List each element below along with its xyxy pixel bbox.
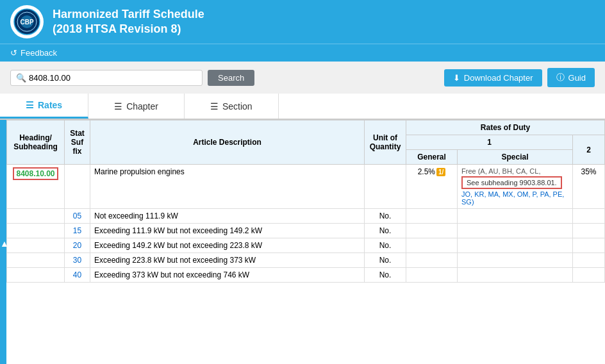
article-header: Article Description (90, 120, 365, 165)
stat-link[interactable]: 30 (73, 256, 81, 265)
table-row: 30 Exceeding 223.8 kW but not exceeding … (7, 253, 605, 268)
section-filter-icon: ☰ (210, 101, 219, 112)
chapter-filter-icon: ☰ (114, 101, 122, 112)
general-header: General (406, 150, 458, 165)
col2-cell (573, 253, 605, 268)
unit-cell (365, 165, 406, 209)
special-free-text: Free (A, AU, BH, CA, CL, (461, 167, 568, 175)
table-header-row-1: Heading/ Subheading Stat Suf fix Article… (7, 120, 605, 135)
search-input-wrap: 🔍 (10, 70, 203, 86)
unit-cell: No. (365, 268, 406, 283)
general-cell (406, 224, 458, 238)
special-cell (458, 268, 573, 283)
scroll-up-arrow[interactable]: ▲ (0, 238, 6, 249)
article-cell: Exceeding 373 kW but not exceeding 746 k… (90, 268, 365, 283)
table-row: 8408.10.00 Marine propulsion engines 2.5… (7, 165, 605, 209)
table-wrap: Heading/ Subheading Stat Suf fix Article… (6, 120, 605, 364)
general-cell (406, 209, 458, 224)
table-row: 15 Exceeding 111.9 kW but not exceeding … (7, 224, 605, 238)
col2-cell (573, 224, 605, 238)
special-cell (458, 224, 573, 238)
table-row: 40 Exceeding 373 kW but not exceeding 74… (7, 268, 605, 283)
svg-text:CBP: CBP (20, 19, 33, 26)
heading-cell (7, 268, 65, 283)
search-button[interactable]: Search (208, 70, 254, 86)
search-icon: 🔍 (16, 73, 26, 83)
rate-note-badge: 1/ (436, 168, 445, 176)
stat-cell: 05 (65, 209, 90, 224)
left-scroll-indicator: ▲ (0, 120, 6, 364)
col2-cell (573, 268, 605, 283)
stat-link[interactable]: 20 (73, 241, 81, 250)
unit-cell: No. (365, 209, 406, 224)
special-cell (458, 238, 573, 253)
rates-of-duty-header: Rates of Duty (406, 120, 605, 135)
app-logo: CBP (10, 5, 44, 38)
general-cell (406, 238, 458, 253)
feedback-icon: ↺ (10, 48, 17, 58)
heading-cell: 8408.10.00 (7, 165, 65, 209)
col1-header: 1 (406, 135, 573, 150)
stat-cell: 30 (65, 253, 90, 268)
unit-cell: No. (365, 238, 406, 253)
special-links: JO, KR, MA, MX, OM, P, PA, PE, SG) (461, 190, 568, 206)
table-row: 20 Exceeding 149.2 kW but not exceeding … (7, 238, 605, 253)
tab-rates[interactable]: ☰ Rates (0, 94, 88, 119)
heading-cell (7, 238, 65, 253)
tab-section[interactable]: ☰ Section (185, 94, 279, 119)
download-icon: ⬇ (453, 73, 460, 83)
stat-cell: 20 (65, 238, 90, 253)
stat-link[interactable]: 05 (73, 211, 81, 220)
heading-cell (7, 224, 65, 238)
stat-link[interactable]: 15 (73, 226, 81, 235)
tab-chapter[interactable]: ☰ Chapter (88, 94, 185, 119)
heading-code: 8408.10.00 (13, 167, 58, 180)
col2-header: 2 (573, 135, 605, 165)
search-input[interactable] (29, 73, 195, 83)
feedback-link[interactable]: ↺ Feedback (10, 48, 595, 58)
stat-cell: 40 (65, 268, 90, 283)
rates-filter-icon: ☰ (26, 100, 34, 110)
guide-button[interactable]: ⓘ Guid (547, 68, 595, 87)
download-chapter-button[interactable]: ⬇ Download Chapter (444, 69, 542, 87)
subheading-box: See subheading 9903.88.01. (461, 176, 562, 189)
table-row: 05 Not exceeding 111.9 kW No. (7, 209, 605, 224)
tariff-table: Heading/ Subheading Stat Suf fix Article… (6, 120, 605, 283)
special-cell (458, 253, 573, 268)
special-header: Special (458, 150, 573, 165)
search-left: 🔍 Search (10, 70, 254, 86)
article-cell: Not exceeding 111.9 kW (90, 209, 365, 224)
stat-header: Stat Suf fix (65, 120, 90, 165)
general-cell: 2.5% 1/ (406, 165, 458, 209)
col2-cell (573, 238, 605, 253)
special-cell (458, 209, 573, 224)
app-title: Harmonized Tariff Schedule (2018 HTSA Re… (53, 7, 204, 37)
app-header: CBP Harmonized Tariff Schedule (2018 HTS… (0, 0, 605, 44)
search-bar: 🔍 Search ⬇ Download Chapter ⓘ Guid (0, 62, 605, 94)
general-cell (406, 253, 458, 268)
stat-link[interactable]: 40 (73, 270, 81, 279)
heading-cell (7, 253, 65, 268)
col2-cell (573, 209, 605, 224)
general-cell (406, 268, 458, 283)
heading-cell (7, 209, 65, 224)
article-cell: Exceeding 149.2 kW but not exceeding 223… (90, 238, 365, 253)
article-cell: Marine propulsion engines (90, 165, 365, 209)
info-icon: ⓘ (556, 72, 565, 83)
stat-cell (65, 165, 90, 209)
unit-header: Unit of Quantity (365, 120, 406, 165)
special-cell: Free (A, AU, BH, CA, CL, See subheading … (458, 165, 573, 209)
main-content: ▲ Heading/ Subheading Stat Suf fix Artic… (0, 120, 605, 364)
search-right: ⬇ Download Chapter ⓘ Guid (444, 68, 595, 87)
article-cell: Exceeding 223.8 kW but not exceeding 373… (90, 253, 365, 268)
feedback-bar: ↺ Feedback (0, 44, 605, 62)
col2-cell: 35% (573, 165, 605, 209)
stat-cell: 15 (65, 224, 90, 238)
article-cell: Exceeding 111.9 kW but not exceeding 149… (90, 224, 365, 238)
heading-header: Heading/ Subheading (7, 120, 65, 165)
tab-bar: ☰ Rates ☰ Chapter ☰ Section (0, 94, 605, 120)
unit-cell: No. (365, 253, 406, 268)
rate-badge: 2.5% 1/ (418, 167, 446, 176)
unit-cell: No. (365, 224, 406, 238)
